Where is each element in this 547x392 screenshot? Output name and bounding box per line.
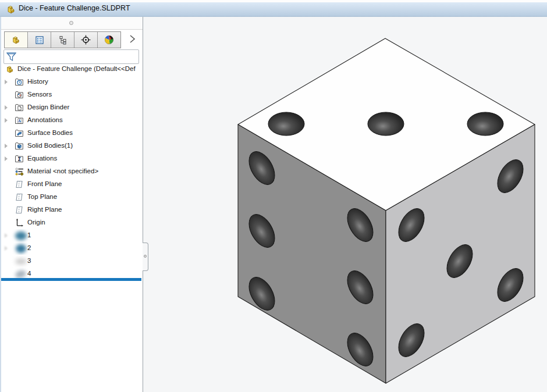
tree-item-label: Material <not specified> [27, 168, 98, 174]
expand-arrow-icon[interactable] [5, 156, 8, 161]
tree-item-label: 4 [27, 270, 31, 277]
tree-item-label: Right Plane [27, 206, 62, 213]
tree-item-equations[interactable]: Σ Equations [0, 152, 143, 165]
blurred-feature-icon [15, 231, 27, 240]
material-icon [15, 167, 24, 176]
tree-item-label: 1 [27, 231, 31, 238]
beachball-icon [104, 35, 114, 45]
tree-item-label: Annotations [27, 116, 63, 123]
blurred-feature-icon [15, 258, 27, 265]
pip-top-3[interactable] [467, 112, 503, 136]
tree-item-label: History [27, 78, 48, 85]
part-icon [6, 4, 16, 15]
tree-item-material[interactable]: Material <not specified> [0, 165, 143, 178]
tree-item-history[interactable]: History [0, 76, 143, 88]
tree-item-label: Solid Bodies(1) [27, 142, 73, 149]
tree-item-annotations[interactable]: A Annotations [0, 114, 143, 127]
window-left-border [0, 17, 1, 392]
tab-displaymanager[interactable] [97, 32, 120, 48]
tree-item-label: Top Plane [27, 193, 57, 200]
plane-icon [15, 180, 24, 189]
tree-item-design-binder[interactable]: Design Binder [0, 101, 143, 114]
tree-item-sensors[interactable]: Sensors [0, 88, 143, 101]
annotations-folder-icon: A [15, 116, 24, 125]
plane-icon [15, 205, 24, 215]
tree-item-label: Sensors [27, 91, 52, 98]
tab-propertymanager[interactable] [27, 32, 51, 48]
expand-arrow-icon[interactable] [5, 144, 8, 148]
manager-tab-strip [4, 31, 121, 48]
expand-arrow-icon[interactable] [5, 233, 8, 238]
sensors-folder-icon [15, 90, 24, 99]
target-icon [81, 35, 91, 45]
window-title: Dice - Feature Challenge.SLDPRT [19, 4, 130, 12]
expand-arrow-icon[interactable] [5, 105, 8, 110]
dice-model [143, 17, 547, 392]
expand-arrow-icon[interactable] [5, 118, 8, 123]
expand-arrow-icon[interactable] [5, 246, 8, 251]
blurred-feature-icon [16, 244, 26, 253]
tree-item-front-plane[interactable]: Front Plane [0, 178, 143, 191]
tab-featuremanager[interactable] [5, 32, 27, 48]
tree-item-right-plane[interactable]: Right Plane [0, 204, 143, 216]
rollback-bar[interactable] [0, 278, 141, 281]
splitter-handle-icon[interactable] [69, 21, 73, 25]
configurations-icon [58, 35, 68, 45]
title-bar: Dice - Feature Challenge.SLDPRT [0, 0, 547, 17]
panel-splitter[interactable] [0, 17, 143, 30]
design-binder-folder-icon [15, 103, 24, 112]
tree-item-label: Design Binder [27, 104, 69, 111]
tree-item-label: Surface Bodies [27, 129, 73, 136]
solid-bodies-folder-icon [15, 141, 24, 151]
tree-item-feature-3[interactable]: 3 [0, 255, 143, 268]
tree-item-feature-1[interactable]: 1 [0, 229, 143, 242]
filter-funnel-icon[interactable] [6, 51, 17, 62]
pip-top-2[interactable] [368, 112, 404, 136]
tree-item-label: 3 [27, 257, 31, 264]
graphics-viewport[interactable] [143, 17, 547, 392]
feature-tree: Dice - Feature Challenge (Default<<Def H… [0, 63, 143, 280]
pip-top-1[interactable] [268, 112, 304, 136]
collapse-handle-dot-icon [144, 255, 147, 258]
filter-input[interactable] [19, 51, 138, 62]
origin-icon [15, 218, 24, 227]
root-label: Dice - Feature Challenge (Default<<Def [17, 65, 136, 72]
equations-folder-icon: Σ [15, 154, 24, 163]
svg-text:Σ: Σ [17, 156, 21, 162]
tree-item-label: Front Plane [27, 180, 62, 187]
tree-item-label: 2 [27, 244, 31, 251]
tab-dimxpertmanager[interactable] [74, 32, 97, 48]
tree-item-label: Equations [27, 155, 57, 162]
panel-collapse-handle[interactable] [143, 243, 148, 271]
feature-filter-box [3, 49, 139, 64]
tree-item-solid-bodies[interactable]: Solid Bodies(1) [0, 140, 143, 152]
part-icon [11, 35, 21, 45]
expand-arrow-icon[interactable] [5, 80, 8, 84]
solidworks-window: Dice - Feature Challenge.SLDPRT [0, 0, 547, 392]
svg-text:A: A [17, 119, 22, 123]
tab-configurationmanager[interactable] [51, 32, 74, 48]
history-folder-icon [15, 77, 24, 87]
plane-icon [15, 193, 24, 202]
surface-bodies-folder-icon [15, 129, 24, 138]
tree-item-origin[interactable]: Origin [0, 216, 143, 229]
tree-item-feature-2[interactable]: 2 [0, 242, 143, 255]
tree-item-surface-bodies[interactable]: Surface Bodies [0, 127, 143, 140]
part-icon [5, 65, 15, 74]
tree-item-label: Origin [27, 219, 45, 226]
property-list-icon [35, 35, 44, 45]
tree-item-top-plane[interactable]: Top Plane [0, 191, 143, 204]
tab-overflow-chevron-icon[interactable] [128, 34, 136, 44]
feature-manager-panel: Dice - Feature Challenge (Default<<Def H… [0, 17, 143, 392]
tree-root-part[interactable]: Dice - Feature Challenge (Default<<Def [0, 63, 143, 76]
